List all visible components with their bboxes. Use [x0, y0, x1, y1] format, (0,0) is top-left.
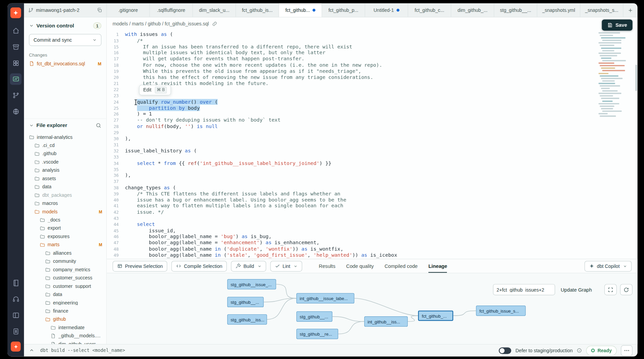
code-line[interactable]: 15 If an issue has been transferred to a… [107, 44, 637, 50]
code-line[interactable]: 13 /* [107, 38, 637, 44]
code-line[interactable]: 27 -- don't try deduping issues with no … [107, 117, 637, 123]
file-tab[interactable]: .sqlfluffignore [150, 3, 193, 17]
lineage-node[interactable]: stg_github__iss... [227, 314, 267, 325]
build-button[interactable]: Build [231, 261, 266, 272]
info-icon[interactable] [577, 348, 582, 353]
code-line[interactable]: 43 [107, 215, 637, 221]
tree-item[interactable]: macros [24, 199, 106, 207]
tree-item[interactable]: data [24, 290, 106, 298]
code-line[interactable]: 29 [107, 129, 637, 135]
more-options-button[interactable]: ⋯ [621, 345, 632, 356]
file-tab[interactable]: dim_github_... [451, 3, 494, 17]
new-tab-button[interactable] [623, 3, 638, 17]
panel-layout-icon[interactable] [10, 309, 21, 321]
update-graph-button[interactable]: Update Graph [558, 284, 595, 295]
code-line[interactable]: 49 boolor_agg(label_name in ('stale', 'g… [107, 252, 637, 258]
tab-compiled-code[interactable]: Compiled code [385, 259, 418, 273]
edit-tooltip[interactable]: Edit ⌘ B [139, 85, 171, 95]
code-line[interactable]: 17 will get updates for events that happ… [107, 56, 637, 62]
code-line[interactable]: 37 [107, 178, 637, 185]
support-icon[interactable] [10, 293, 21, 305]
refresh-button[interactable] [620, 284, 632, 295]
studio-ide-icon[interactable] [10, 73, 21, 85]
code-line[interactable]: 44 select [107, 221, 637, 228]
tree-item[interactable]: .github [24, 149, 106, 157]
file-tab[interactable]: stg_github__... [494, 3, 537, 17]
lineage-node[interactable]: stg_github__issue_... [227, 279, 276, 290]
tab-code-quality[interactable]: Code quality [346, 259, 374, 273]
code-line[interactable]: 48 boolor_agg(label_name in ('duplicate'… [107, 246, 637, 252]
minimap[interactable] [599, 32, 634, 118]
code-line[interactable]: 19 While this prevents the old issue fro… [107, 68, 637, 74]
tree-item[interactable]: finance [24, 307, 106, 315]
tree-item[interactable]: .vscode [24, 158, 106, 166]
file-tab[interactable]: _snapshots.yml [537, 3, 580, 17]
lineage-node[interactable]: stg_github__... [296, 311, 332, 322]
lineage-node[interactable]: fct_github_issue_s... [476, 305, 526, 316]
code-line[interactable]: 39 /* This CTE flattens the different is… [107, 191, 637, 197]
lint-button[interactable]: Lint [270, 261, 302, 272]
lineage-canvas[interactable]: Update Graph stg_github__issue_...stg_gi… [107, 273, 637, 344]
code-line[interactable]: 38change_types as ( [107, 185, 637, 191]
file-tab[interactable]: fct_github_c... [408, 3, 451, 17]
code-line[interactable]: 31 [107, 142, 637, 148]
dashboard-icon[interactable] [10, 57, 21, 69]
file-tab[interactable]: _snapshots_s... [580, 3, 623, 17]
tree-item[interactable]: _github__models.yml [24, 332, 106, 340]
code-line[interactable]: 20 this has the effect of removing the n… [107, 75, 637, 81]
commit-and-sync-dropdown[interactable]: Commit and sync [29, 34, 102, 46]
file-tab[interactable]: fct_github_p... [322, 3, 365, 17]
tree-item[interactable]: internal-analytics [24, 133, 106, 141]
tree-item[interactable]: customer_success [24, 274, 106, 282]
lineage-selector-input[interactable] [493, 284, 555, 295]
tab-results[interactable]: Results [319, 259, 336, 273]
file-tab[interactable]: dim_slack_u... [193, 3, 236, 17]
code-line[interactable]: 34 select * from {{ ref('int_github__iss… [107, 160, 637, 166]
scrollbar-thumb[interactable] [636, 65, 637, 91]
file-tab[interactable]: fct_github... [279, 3, 322, 17]
code-line[interactable]: 46 boolor_agg(label_name = 'bug') as is_… [107, 234, 637, 240]
code-line[interactable]: 22 [107, 87, 637, 93]
tree-item[interactable]: customer_support [24, 282, 106, 290]
code-line[interactable]: 35 [107, 166, 637, 172]
lineage-node[interactable]: int_github__iss... [364, 316, 408, 327]
home-icon[interactable] [10, 25, 21, 36]
file-explorer-header[interactable]: File explorer [24, 119, 106, 132]
tree-item[interactable]: data [24, 183, 106, 191]
copy-branch-icon[interactable] [97, 7, 102, 13]
file-link-icon[interactable] [212, 21, 217, 26]
code-line[interactable]: 40 issue has a bug or enhancement label.… [107, 197, 637, 203]
fullscreen-button[interactable] [604, 284, 617, 295]
code-line[interactable]: 18 For now, choose the one with more rec… [107, 62, 637, 68]
docs-icon[interactable] [10, 277, 21, 289]
save-button[interactable]: Save [602, 19, 632, 30]
file-tab[interactable]: .gitignore [107, 3, 150, 17]
tree-item[interactable]: assets [24, 174, 106, 183]
code-line[interactable]: 36), [107, 172, 637, 178]
tree-item[interactable]: analysis [24, 166, 106, 174]
tree-item[interactable]: .ci_cd [24, 141, 106, 149]
orchestration-icon[interactable] [10, 89, 21, 101]
tree-item[interactable]: intermediate [24, 323, 106, 332]
tab-lineage[interactable]: Lineage [428, 259, 447, 273]
code-line[interactable]: 1with issues as ( [107, 31, 637, 38]
status-badge[interactable]: Ready [586, 345, 617, 355]
projects-icon[interactable] [10, 41, 21, 52]
dbt-copilot-button[interactable]: dbt Copilot [584, 261, 631, 272]
tree-item[interactable]: github [24, 315, 106, 323]
code-line[interactable]: 23 [107, 93, 637, 99]
code-line[interactable]: 42 issue. */ [107, 209, 637, 215]
lineage-node[interactable]: stg_github__... [227, 297, 264, 308]
version-control-header[interactable]: Version control 1 [29, 22, 102, 29]
compile-selection-button[interactable]: Compile Selection [172, 261, 227, 272]
code-line[interactable]: 30), [107, 135, 637, 142]
code-line[interactable]: 33 [107, 154, 637, 160]
branch-selector[interactable]: mirnawong1-patch-2 [24, 3, 107, 17]
code-line[interactable]: 25 partition by body [107, 105, 637, 111]
tree-item[interactable]: modelsM [24, 207, 106, 215]
search-icon[interactable] [95, 123, 101, 128]
tree-item[interactable]: alliances [24, 249, 106, 257]
defer-toggle[interactable] [499, 347, 512, 354]
tree-item[interactable]: company_metrics [24, 266, 106, 274]
lineage-node[interactable]: int_github__issue_labe... [296, 293, 354, 304]
